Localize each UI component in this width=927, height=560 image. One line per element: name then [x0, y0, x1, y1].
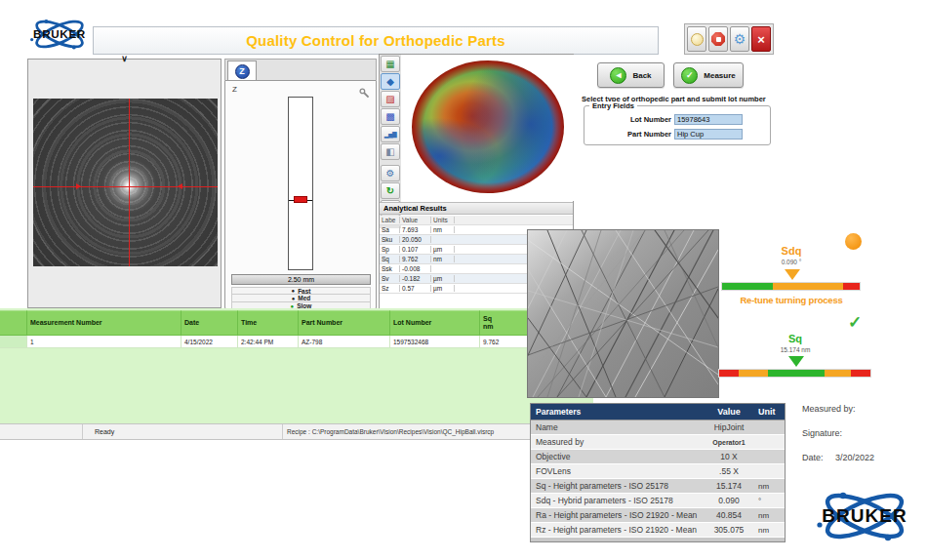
false-color-icon[interactable]: ▨	[381, 91, 400, 107]
col-date: Date	[181, 310, 238, 336]
back-label: Back	[632, 71, 651, 80]
page-title: Quality Control for Orthopedic Parts	[246, 32, 505, 49]
surface-map-icon[interactable]: ▦	[381, 56, 400, 72]
app-window: BRUKER Quality Control for Orthopedic Pa…	[0, 0, 927, 560]
results-header-row: Labe Value Units	[380, 216, 573, 225]
sdq-label: Sdq	[757, 245, 826, 257]
gear-icon: ⚙	[734, 32, 746, 46]
grid-header-row: Measurement Number Date Time Part Number…	[0, 310, 593, 336]
processing-gear-icon[interactable]: ⚙	[381, 165, 400, 181]
sq-label: Sq	[761, 333, 829, 344]
col-lot-number: Lot Number	[390, 310, 480, 336]
parameters-table: Parameters Value Unit NameHipJoint Measu…	[530, 403, 786, 542]
date-label: Date:	[802, 453, 824, 462]
table-row: Ra - Height parameters - ISO 21920 - Mea…	[531, 508, 785, 523]
crosshair-horizontal	[33, 186, 218, 187]
svg-text:BRUKER: BRUKER	[33, 27, 86, 40]
measurement-grid: Measurement Number Date Time Part Number…	[0, 308, 593, 423]
check-circle-icon: ✓	[681, 67, 698, 84]
stop-button[interactable]	[708, 26, 728, 52]
table-row: Measured byOperator1	[531, 435, 785, 450]
live-video-panel: ∨	[27, 59, 222, 308]
stop-icon	[711, 32, 725, 46]
svg-text:BRUKER: BRUKER	[822, 505, 907, 526]
speed-label: Fast	[298, 288, 310, 295]
crosshair-tick-left	[76, 183, 81, 189]
back-button[interactable]: ◄ Back	[597, 62, 665, 88]
radio-dot-icon: ●	[292, 288, 296, 294]
window-buttons: ⚙ ×	[684, 23, 774, 55]
histogram-icon[interactable]: ▂▅▇	[381, 126, 400, 142]
sq-value: 15.174 nm	[761, 346, 829, 353]
z-slider-handle[interactable]	[294, 196, 307, 203]
col-part-number: Part Number	[299, 310, 390, 336]
heightmap-disc	[412, 60, 564, 193]
measure-button[interactable]: ✓ Measure	[673, 62, 744, 88]
entry-fields-group: Entry Fields Lot Number Part Number	[584, 105, 771, 145]
chevron-down-icon[interactable]: ∨	[121, 54, 128, 63]
table-row[interactable]: 1 4/15/2022 2:42:44 PM AZ-798 1597532468…	[0, 336, 593, 348]
signoff-block: Measured by: Signature: Date: 3/20/2022	[802, 404, 874, 477]
sq-marker-icon	[788, 356, 804, 367]
surface-texture-image	[527, 229, 719, 398]
measure-label: Measure	[704, 71, 735, 80]
view-3d-icon[interactable]: ◆	[381, 73, 400, 90]
speed-option-med[interactable]: ● Med	[231, 295, 371, 302]
col-measurement-number: Measurement Number	[27, 310, 181, 336]
info-button[interactable]	[687, 26, 706, 52]
title-bar: Quality Control for Orthopedic Parts	[93, 26, 659, 55]
bruker-logo-icon: BRUKER	[806, 488, 923, 544]
date-line: Date: 3/20/2022	[802, 453, 874, 462]
tab-z[interactable]: Z	[227, 60, 257, 81]
z-slider-track[interactable]	[288, 97, 313, 270]
z-panel-label: Z	[232, 85, 237, 94]
part-number-field[interactable]	[674, 129, 743, 140]
entry-fields-legend: Entry Fields	[589, 101, 637, 110]
close-button[interactable]: ×	[751, 26, 771, 52]
tool-icon[interactable]	[359, 85, 370, 102]
interferometry-image[interactable]	[33, 99, 218, 266]
col-time: Time	[238, 310, 299, 336]
refresh-icon[interactable]: ↻	[381, 182, 400, 199]
lot-number-field[interactable]	[674, 114, 743, 125]
parameters-table-footer	[531, 538, 785, 541]
measured-by-label: Measured by:	[802, 404, 874, 414]
table-row: FOVLens.55 X	[531, 464, 785, 479]
settings-button[interactable]: ⚙	[730, 26, 749, 52]
back-arrow-icon: ◄	[610, 67, 626, 84]
sdq-value: 0.090 °	[757, 259, 826, 265]
row-header-cell	[0, 336, 27, 348]
image-view-icon[interactable]: ▩	[381, 108, 400, 125]
radio-dot-icon: ●	[292, 296, 296, 301]
table-row: Sq - Height parameters - ISO 2517815.174…	[531, 479, 785, 494]
col-sq: Sq nm	[480, 310, 533, 336]
speed-option-fast[interactable]: ● Fast	[231, 287, 371, 295]
part-number-label: Part Number	[584, 130, 674, 139]
check-icon: ✓	[848, 312, 862, 333]
z-panel-body: Z 2.50 mm ● Fast ● Med ● Sl	[224, 80, 377, 310]
info-icon	[691, 33, 704, 46]
signature-label: Signature:	[802, 428, 874, 438]
z-speed-options: ● Fast ● Med ● Slow	[231, 287, 371, 310]
sdq-range-bar	[721, 282, 861, 291]
sq-range-bar	[718, 369, 871, 378]
analytical-results-header: Analytical Results	[380, 202, 573, 215]
status-section-empty	[0, 424, 83, 439]
z-stage-panel: Z Z 2.50 mm ● Fast ● Med	[224, 59, 377, 310]
row-header-cell	[0, 310, 27, 336]
z-tab-bar: Z	[224, 59, 377, 80]
date-value: 3/20/2022	[835, 453, 874, 462]
status-recipe-path: Recipe : C:\ProgramData\Bruker\Vision\Re…	[283, 424, 532, 439]
heightmap-view[interactable]	[402, 55, 574, 201]
status-bar: Ready Recipe : C:\ProgramData\Bruker\Vis…	[0, 423, 532, 440]
bruker-logo-top: BRUKER	[21, 12, 98, 57]
table-row: Rz - Height parameters - ISO 21920 - Mea…	[531, 523, 785, 538]
crosshair-vertical	[129, 99, 130, 266]
sdq-marker-icon	[785, 269, 800, 280]
crosshair-tick-right	[178, 183, 182, 189]
speed-label: Med	[298, 295, 310, 301]
mask-icon[interactable]: ◧	[381, 143, 400, 160]
table-row: NameHipJoint	[531, 420, 785, 435]
z-tab-icon: Z	[235, 64, 250, 79]
table-row: Sdq - Hybrid parameters - ISO 251780.090…	[531, 494, 785, 508]
